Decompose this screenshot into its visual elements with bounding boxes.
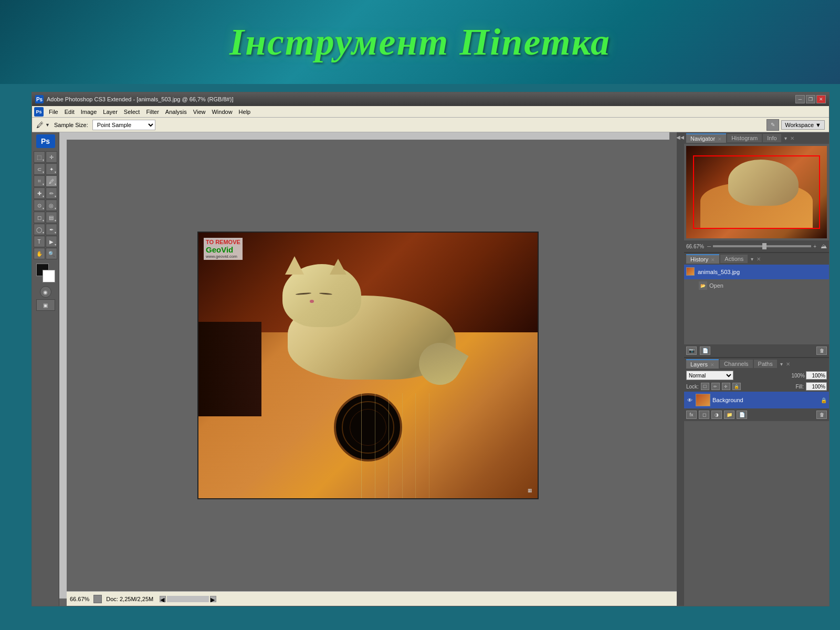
move-tool[interactable]: ✛ — [46, 151, 57, 163]
layer-visibility-icon[interactable]: 👁 — [686, 396, 694, 404]
layer-group-button[interactable]: 📁 — [724, 411, 734, 419]
minimize-button[interactable]: ─ — [795, 95, 805, 103]
healing-tool[interactable]: ✚▾ — [34, 187, 45, 199]
pen-tool[interactable]: ✒▾ — [46, 224, 57, 235]
menu-help[interactable]: Help — [236, 108, 254, 116]
menu-analysis[interactable]: Analysis — [162, 108, 190, 116]
quick-mask-toggle[interactable]: ◉ — [40, 286, 51, 298]
lasso-tool[interactable]: ⊂▾ — [34, 163, 45, 175]
sample-size-select[interactable]: Point Sample 3 by 3 Average 5 by 5 Avera… — [92, 120, 155, 130]
lock-position-button[interactable]: ✛ — [722, 383, 730, 390]
history-panel-options[interactable]: ▾ — [751, 256, 753, 262]
lock-image-button[interactable]: ✏ — [711, 383, 720, 390]
history-item-file[interactable]: animals_503.jpg — [684, 265, 829, 279]
tool-dropdown-arrow[interactable]: ▼ — [45, 122, 50, 128]
lock-label: Lock: — [686, 384, 699, 390]
layer-style-button[interactable]: fx — [686, 411, 697, 419]
history-brush-tool[interactable]: ◎▾ — [46, 200, 57, 211]
workspace-button[interactable]: Workspace ▼ — [781, 120, 825, 130]
close-button[interactable]: ✕ — [816, 95, 826, 103]
menu-file[interactable]: File — [46, 108, 61, 116]
layers-tab-close[interactable]: ✕ — [710, 362, 715, 368]
tab-actions[interactable]: Actions — [720, 255, 748, 263]
navigator-panel-tabs: Navigator ✕ Histogram Info ▾ ✕ — [684, 132, 829, 144]
vertical-scrollbar[interactable] — [59, 132, 67, 598]
layers-panel-options[interactable]: ▾ — [780, 361, 783, 367]
history-snapshot-button[interactable]: 📷 — [686, 346, 697, 355]
zoom-in-icon[interactable]: + — [813, 244, 816, 249]
fill-label: Fill: — [795, 384, 804, 390]
history-footer: 📷 📄 🗑 — [684, 344, 829, 357]
layer-new-button[interactable]: 📄 — [737, 411, 747, 419]
lock-all-button[interactable]: 🔒 — [732, 383, 741, 390]
tab-channels[interactable]: Channels — [720, 360, 752, 368]
tab-navigator[interactable]: Navigator ✕ — [686, 133, 726, 143]
navigator-panel-options[interactable]: ▾ — [784, 135, 787, 141]
opacity-input[interactable] — [806, 371, 827, 380]
layer-background[interactable]: 👁 Background 🔒 — [684, 392, 829, 408]
history-delete-button[interactable]: 🗑 — [816, 346, 827, 355]
clone-tool[interactable]: ⊙▾ — [34, 200, 45, 211]
left-toolbar: Ps ⬚▾ ✛ ⊂▾ ✦▾ ⌗▾ 🖉▾ ✚▾ ✏▾ — [32, 132, 59, 606]
history-tab-close[interactable]: ✕ — [711, 257, 715, 262]
history-new-document-button[interactable]: 📄 — [700, 346, 710, 355]
layers-panel-close[interactable]: ✕ — [786, 361, 790, 367]
watermark-brand: GeoVid — [206, 245, 240, 254]
dodge-tool[interactable]: ◯▾ — [34, 224, 45, 235]
menu-select[interactable]: Select — [121, 108, 143, 116]
navigator-panel: Navigator ✕ Histogram Info ▾ ✕ — [684, 132, 829, 253]
background-color[interactable] — [43, 270, 55, 282]
menu-image[interactable]: Image — [78, 108, 100, 116]
navigator-thumbnail — [686, 146, 827, 238]
marquee-tool[interactable]: ⬚▾ — [34, 151, 45, 163]
layer-mask-button[interactable]: ◻ — [699, 411, 709, 419]
menu-layer[interactable]: Layer — [100, 108, 121, 116]
navigator-tab-close[interactable]: ✕ — [718, 136, 722, 142]
hand-tool[interactable]: ✋ — [34, 248, 45, 259]
zoom-tool[interactable]: 🔍 — [46, 248, 57, 259]
path-select-tool[interactable]: ▶▾ — [46, 236, 57, 247]
navigator-panel-close[interactable]: ✕ — [790, 135, 794, 141]
horizontal-scrollbar[interactable] — [59, 132, 669, 140]
zoom-slider[interactable] — [713, 245, 811, 247]
menu-edit[interactable]: Edit — [61, 108, 78, 116]
history-snapshot-icon — [686, 267, 696, 277]
zoom-mountain-icon[interactable]: ⛰ — [821, 243, 827, 250]
canvas-area[interactable]: TO REMOVE GeoVid www.geovid.com ▦ 66.67%… — [59, 132, 677, 606]
lock-transparent-button[interactable]: ☐ — [701, 383, 709, 390]
zoom-level: 66.67% — [70, 596, 89, 602]
tab-paths[interactable]: Paths — [754, 360, 777, 368]
guitar-strings — [266, 393, 538, 498]
right-collapse-button[interactable]: ◀◀ — [677, 132, 684, 606]
history-panel-close[interactable]: ✕ — [757, 256, 761, 262]
photoshop-window: Ps Adobe Photoshop CS3 Extended - [anima… — [32, 92, 830, 606]
tab-histogram[interactable]: Histogram — [727, 134, 762, 142]
menu-view[interactable]: View — [190, 108, 209, 116]
brush-tool[interactable]: ✏▾ — [46, 187, 57, 199]
layer-delete-button[interactable]: 🗑 — [816, 411, 827, 419]
scroll-right[interactable]: ▶ — [210, 596, 216, 602]
eraser-tool[interactable]: ◻▾ — [34, 212, 45, 223]
fill-input[interactable] — [806, 382, 827, 391]
tab-info[interactable]: Info — [763, 134, 781, 142]
gradient-tool[interactable]: ▤▾ — [46, 212, 57, 223]
scroll-controls: ◀ ▶ — [160, 596, 216, 602]
layer-adjustment-button[interactable]: ◑ — [711, 411, 722, 419]
zoom-out-icon[interactable]: ─ — [707, 244, 711, 249]
eyedropper-tool[interactable]: 🖉▾ — [46, 175, 57, 187]
tab-history[interactable]: History ✕ — [686, 254, 719, 264]
title-bar-text: Adobe Photoshop CS3 Extended - [animals_… — [47, 96, 795, 102]
layers-panel: Layers ✕ Channels Paths ▾ ✕ — [684, 358, 829, 606]
tab-layers[interactable]: Layers ✕ — [686, 359, 719, 369]
header-banner: Інструмент Піпетка — [0, 0, 840, 84]
blend-mode-select[interactable]: Normal — [686, 371, 733, 380]
scroll-left[interactable]: ◀ — [160, 596, 166, 602]
menu-filter[interactable]: Filter — [143, 108, 162, 116]
crop-tool[interactable]: ⌗▾ — [34, 175, 45, 187]
magic-wand-tool[interactable]: ✦▾ — [46, 163, 57, 175]
restore-button[interactable]: ❐ — [806, 95, 815, 103]
screen-mode-button[interactable]: ▣ — [36, 299, 55, 311]
scroll-track — [167, 596, 209, 602]
menu-window[interactable]: Window — [208, 108, 235, 116]
text-tool[interactable]: T — [34, 236, 45, 247]
